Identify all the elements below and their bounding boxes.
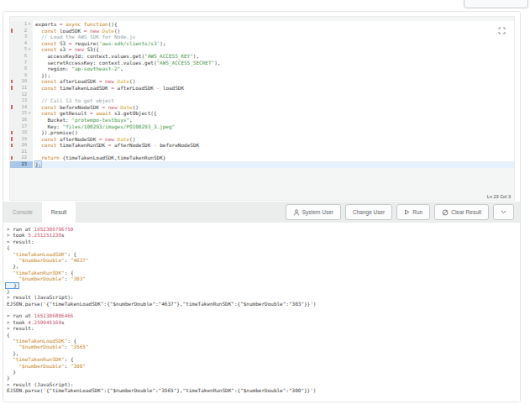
tab-result[interactable]: Result <box>42 202 76 223</box>
result-console-output[interactable]: > ran at 1652306796750> took 5.251251239… <box>3 223 520 402</box>
gutter-marker <box>11 131 13 135</box>
editor-gutter: 1▾2345▾6789101112131415▾1617181920212223 <box>10 21 33 168</box>
console-line: "timeTakenLoadSDK": { <box>7 338 520 344</box>
console-blank-line <box>7 307 520 312</box>
gutter-marker <box>11 67 13 71</box>
line-number-16[interactable]: 16 <box>10 117 33 123</box>
line-number-19[interactable]: 19 <box>10 136 33 143</box>
code-line-15: const getResult = await s3.getObject({ <box>35 110 514 117</box>
code-line-3: // Load the AWS SDK for Node.js <box>35 34 514 40</box>
line-number-3[interactable]: 3 <box>10 34 33 40</box>
gutter-marker <box>11 48 13 52</box>
code-line-21 <box>35 149 514 155</box>
code-line-6: accessKeyId: context.values.get("AWS_ACC… <box>35 53 514 60</box>
code-editor[interactable]: 1▾2345▾6789101112131415▾1617181920212223… <box>9 16 515 201</box>
gutter-marker <box>11 105 13 109</box>
gutter-marker <box>11 124 13 129</box>
system-user-label: System User <box>302 209 333 215</box>
code-line-14: const beforeNodeSDK = new Date() <box>35 104 514 111</box>
run-label: Run <box>412 209 422 215</box>
gutter-marker <box>11 29 13 33</box>
code-line-17: Key: "files/100293/images/PO100293_3.jpe… <box>35 123 514 130</box>
line-number-22[interactable]: 22 <box>10 155 33 161</box>
gutter-marker <box>11 92 13 97</box>
gutter-marker <box>11 54 13 58</box>
console-line: } <box>7 369 520 375</box>
console-line: "timeTakenRunSDK": { <box>7 356 520 362</box>
code-line-4: const S3 = require('aws-sdk/clients/s3')… <box>35 40 514 47</box>
editor-code-area[interactable]: exports = async function(){ const loadSD… <box>33 21 514 168</box>
line-number-8[interactable]: 8 <box>10 66 33 72</box>
partial-top-button[interactable] <box>464 0 528 8</box>
code-line-7: secretAccessKey: context.values.get("AWS… <box>35 60 514 66</box>
user-icon <box>293 209 300 216</box>
code-line-23: }; <box>35 161 514 168</box>
line-number-15[interactable]: 15▾ <box>10 110 33 117</box>
gutter-marker <box>11 163 13 167</box>
line-number-2[interactable]: 2 <box>10 28 33 34</box>
fold-arrow-icon[interactable]: ▾ <box>27 21 32 28</box>
code-line-1: exports = async function(){ <box>35 21 514 28</box>
console-line: { <box>7 332 520 338</box>
code-line-19: const afterNodeSDK = new Date() <box>35 136 514 143</box>
console-line: > result (JavaScript): <box>7 294 520 300</box>
line-number-5[interactable]: 5▾ <box>10 46 33 53</box>
console-line: EJSON.parse('{"timeTakenLoadSDK":{"$numb… <box>7 301 520 307</box>
system-user-button[interactable]: System User <box>286 204 341 220</box>
run-button[interactable]: Run <box>396 204 430 220</box>
gutter-marker <box>11 118 13 122</box>
console-line: "$numberDouble": "300" <box>7 363 520 369</box>
fold-arrow-icon[interactable]: ▾ <box>27 46 32 53</box>
console-line: { <box>7 244 520 250</box>
line-number-10[interactable]: 10 <box>10 78 33 85</box>
change-user-button[interactable]: Change User <box>345 204 392 220</box>
code-line-22: return {timeTakenLoadSDK,timeTakenRunSDK… <box>35 155 514 161</box>
line-number-20[interactable]: 20 <box>10 142 33 149</box>
line-number-14[interactable]: 14 <box>10 104 33 111</box>
console-line: > ran at 1652306796750 <box>7 226 520 232</box>
fullscreen-icon[interactable] <box>498 23 506 30</box>
tab-console[interactable]: Console <box>3 202 42 223</box>
line-number-13[interactable]: 13 <box>10 97 33 104</box>
console-line: > result (JavaScript): <box>7 381 520 387</box>
toolbar-actions: System User Change User Run <box>286 202 520 223</box>
line-number-23[interactable]: 23 <box>10 161 33 168</box>
clear-icon <box>442 209 449 216</box>
more-options-button[interactable] <box>493 204 514 220</box>
line-number-18[interactable]: 18 <box>10 129 33 136</box>
line-number-12[interactable]: 12 <box>10 92 33 98</box>
editor-lines: 1▾2345▾6789101112131415▾1617181920212223… <box>10 17 514 168</box>
code-line-20: const timeTakenRunSDK = afterNodeSDK - b… <box>35 142 514 149</box>
text-caret <box>41 162 42 167</box>
console-line: > took 4.259945169s <box>7 319 520 325</box>
console-line: } <box>7 375 520 381</box>
console-line: "$numberDouble": "3565" <box>7 344 520 349</box>
console-line: "timeTakenLoadSDK": { <box>7 251 520 257</box>
line-number-9[interactable]: 9 <box>10 72 33 79</box>
line-number-21[interactable]: 21 <box>10 149 33 155</box>
line-number-7[interactable]: 7 <box>10 60 33 66</box>
play-icon <box>404 209 410 215</box>
console-line: > took 5.251251239s <box>7 232 520 238</box>
code-line-13: // Call S3 to get object <box>35 97 514 104</box>
line-number-1[interactable]: 1▾ <box>10 21 33 28</box>
clear-result-button[interactable]: Clear Result <box>434 204 489 220</box>
gutter-marker <box>11 60 13 65</box>
line-number-6[interactable]: 6 <box>10 53 33 60</box>
line-number-4[interactable]: 4 <box>10 40 33 47</box>
gutter-marker <box>11 99 13 103</box>
line-number-11[interactable]: 11 <box>10 85 33 92</box>
fold-arrow-icon[interactable]: ▾ <box>27 110 32 117</box>
gutter-marker <box>11 86 13 90</box>
result-toolbar: Console Result System User Change User <box>3 202 520 223</box>
console-line: > ran at 1652306806466 <box>7 312 520 318</box>
console-line: > result: <box>7 239 520 244</box>
gutter-marker <box>11 156 13 160</box>
code-line-5: const s3 = new S3({ <box>35 46 514 53</box>
code-line-16: Bucket: "protempo-testbuys", <box>35 117 514 123</box>
console-line: "timeTakenRunSDK": { <box>7 270 520 276</box>
line-number-17[interactable]: 17 <box>10 123 33 130</box>
function-editor-card: 1▾2345▾6789101112131415▾1617181920212223… <box>3 11 521 402</box>
gutter-marker <box>11 41 13 45</box>
change-user-label: Change User <box>353 209 385 215</box>
